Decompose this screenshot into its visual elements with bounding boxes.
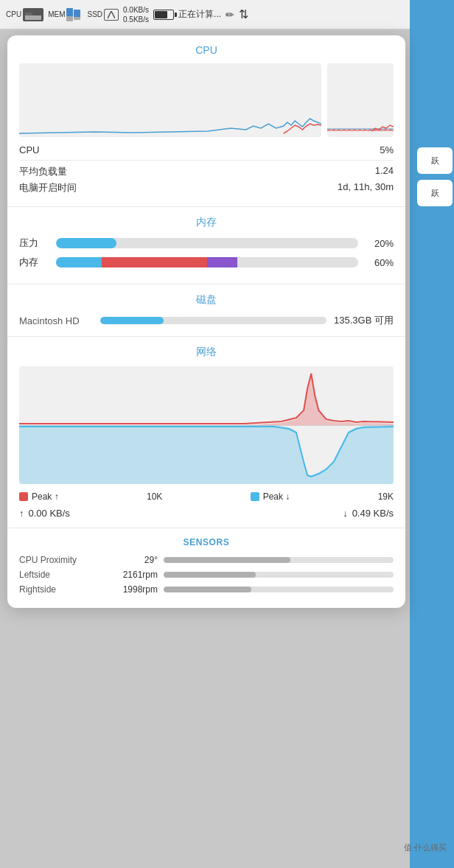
sensor-bar-1 bbox=[164, 572, 394, 578]
cpu-main-chart bbox=[19, 63, 321, 137]
network-upload-svg bbox=[19, 366, 394, 425]
avg-load-label: 平均负载量 bbox=[19, 165, 67, 178]
svg-rect-0 bbox=[25, 15, 41, 20]
pressure-bar bbox=[56, 238, 358, 248]
sensor-bar-fill-2 bbox=[164, 587, 251, 592]
network-section: 网络 Peak ↑ 10K Peak ↓ 19K bbox=[7, 337, 405, 528]
sensor-name-1: Leftside bbox=[19, 570, 100, 580]
uptime-label: 电脑开启时间 bbox=[19, 181, 77, 195]
sensor-bar-0 bbox=[164, 557, 394, 563]
sensors-title: SENSORS bbox=[19, 537, 394, 547]
sensor-rows: CPU Proximity 29° Leftside 2161rpm Right… bbox=[19, 555, 394, 595]
sidebar-btn-1[interactable]: 跃 bbox=[417, 147, 453, 174]
cpu-stat-label: CPU bbox=[19, 144, 39, 155]
memory-seg-red bbox=[102, 257, 208, 267]
peak-up-label: Peak ↑ bbox=[32, 491, 59, 502]
disk-bar-fill bbox=[100, 317, 164, 324]
download-speed-menubar: 0.5KB/s bbox=[123, 15, 149, 24]
memory-bar-composite bbox=[56, 257, 358, 267]
sensor-row-2: Rightside 1998rpm bbox=[19, 584, 394, 595]
download-legend: Peak ↓ bbox=[251, 491, 290, 502]
avg-load-value: 1.24 bbox=[375, 165, 394, 178]
memory-bar bbox=[56, 257, 358, 267]
download-speed-value: 0.49 KB/s bbox=[352, 508, 394, 519]
mem-menu-item[interactable]: MEM bbox=[48, 8, 83, 21]
sidebar-btn-2[interactable]: 跃 bbox=[417, 180, 453, 206]
disk-bar bbox=[100, 317, 326, 324]
cpu-menu-item[interactable]: CPU bbox=[6, 8, 43, 21]
upload-legend: Peak ↑ bbox=[19, 491, 59, 502]
disk-name: Macintosh HD bbox=[19, 315, 93, 326]
memory-seg-blue bbox=[56, 257, 102, 267]
sensor-value-0: 29° bbox=[106, 555, 158, 565]
sensor-bar-fill-1 bbox=[164, 572, 256, 578]
upload-dot bbox=[19, 492, 28, 501]
cpu-chart-svg bbox=[19, 63, 321, 137]
network-chart bbox=[19, 366, 394, 484]
sensor-name-2: Rightside bbox=[19, 584, 100, 595]
sensor-bar-2 bbox=[164, 587, 394, 592]
battery-indicator bbox=[153, 10, 174, 20]
network-legend: Peak ↑ 10K Peak ↓ 19K bbox=[19, 491, 394, 502]
memory-usage-row: 内存 60% bbox=[19, 256, 394, 269]
download-speed: ↓ 0.49 KB/s bbox=[343, 508, 394, 519]
peak-up-value: 10K bbox=[147, 491, 162, 502]
peak-down-label: Peak ↓ bbox=[263, 491, 290, 502]
cpu-usage-value: 5% bbox=[380, 144, 394, 155]
sensor-value-1: 2161rpm bbox=[106, 570, 158, 580]
pressure-value: 20% bbox=[366, 238, 394, 249]
menubar: CPU MEM SSD 0.0KB/s 0.5KB/s 正在计算... ✏ ⇅ bbox=[0, 0, 410, 29]
svg-rect-1 bbox=[25, 13, 32, 15]
avg-load-row: 平均负载量 1.24 bbox=[19, 165, 394, 178]
cpu-graph-icon bbox=[23, 8, 43, 21]
uptime-row: 电脑开启时间 1d, 11h, 30m bbox=[19, 181, 394, 195]
cpu-section-title: CPU bbox=[19, 44, 394, 56]
divider bbox=[19, 160, 394, 161]
pressure-bar-fill bbox=[56, 238, 116, 248]
sensor-row-1: Leftside 2161rpm bbox=[19, 570, 394, 580]
download-arrow: ↓ bbox=[343, 508, 348, 519]
disk-section: 磁盘 Macintosh HD 135.3GB 可用 bbox=[7, 284, 405, 337]
watermark: 值·什么得买 bbox=[404, 842, 447, 853]
sensor-row-0: CPU Proximity 29° bbox=[19, 555, 394, 565]
download-dot bbox=[251, 492, 259, 501]
svg-marker-5 bbox=[19, 375, 394, 425]
upload-speed-menubar: 0.0KB/s bbox=[123, 5, 149, 15]
status-text: 正在计算... bbox=[178, 8, 221, 21]
ssd-menu-item[interactable]: SSD bbox=[87, 9, 119, 21]
uptime-value: 1d, 11h, 30m bbox=[338, 181, 394, 195]
memory-value: 60% bbox=[366, 257, 394, 268]
network-speeds-menubar: 0.0KB/s 0.5KB/s bbox=[123, 5, 149, 24]
main-panel: CPU CPU 5% bbox=[7, 35, 405, 608]
network-speeds: ↑ 0.00 KB/s ↓ 0.49 KB/s bbox=[19, 508, 394, 519]
pen-icon: ✏ bbox=[226, 9, 234, 21]
disk-section-title: 磁盘 bbox=[19, 293, 394, 307]
cpu-side-chart bbox=[327, 63, 394, 137]
cpu-section: CPU CPU 5% bbox=[7, 35, 405, 207]
memory-section-title: 内存 bbox=[19, 216, 394, 229]
upload-speed: ↑ 0.00 KB/s bbox=[19, 508, 70, 519]
sidebar-background bbox=[410, 0, 454, 868]
cpu-side-chart-svg bbox=[327, 63, 394, 137]
svg-marker-6 bbox=[19, 425, 394, 484]
upload-arrow: ↑ bbox=[19, 508, 24, 519]
sort-arrows-icon: ⇅ bbox=[239, 7, 248, 21]
sensor-name-0: CPU Proximity bbox=[19, 555, 100, 565]
disk-available: 135.3GB 可用 bbox=[334, 314, 394, 327]
cpu-usage-row: CPU 5% bbox=[19, 144, 394, 155]
pressure-row: 压力 20% bbox=[19, 237, 394, 250]
disk-row: Macintosh HD 135.3GB 可用 bbox=[19, 314, 394, 327]
ssd-menu-label: SSD bbox=[87, 10, 102, 18]
sensor-value-2: 1998rpm bbox=[106, 584, 158, 595]
sidebar-buttons: 跃 跃 bbox=[417, 147, 453, 206]
upload-speed-value: 0.00 KB/s bbox=[29, 508, 70, 519]
memory-section: 内存 压力 20% 内存 60% bbox=[7, 207, 405, 284]
cpu-menu-label: CPU bbox=[6, 10, 21, 18]
pressure-label: 压力 bbox=[19, 237, 49, 250]
mem-menu-label: MEM bbox=[48, 10, 65, 18]
cpu-chart-area bbox=[19, 63, 394, 137]
sensors-section: SENSORS CPU Proximity 29° Leftside 2161r… bbox=[7, 528, 405, 608]
network-section-title: 网络 bbox=[19, 346, 394, 359]
network-download-svg bbox=[19, 425, 394, 484]
memory-seg-purple bbox=[207, 257, 237, 267]
